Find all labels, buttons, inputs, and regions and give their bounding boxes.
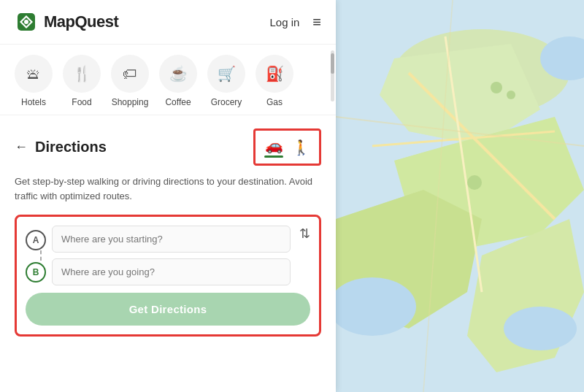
svg-point-19 bbox=[507, 91, 515, 99]
header: MapQuest Log in ≡ bbox=[0, 0, 336, 45]
route-dotted-line bbox=[40, 250, 42, 261]
travel-mode-box: 🚗 🚶 bbox=[253, 128, 321, 166]
waypoint-a-icon: A bbox=[26, 230, 46, 250]
logo-text: MapQuest bbox=[44, 12, 118, 31]
car-underline bbox=[264, 155, 283, 158]
map-background bbox=[336, 0, 584, 392]
category-coffee[interactable]: ☕ Coffee bbox=[156, 55, 200, 107]
svg-point-15 bbox=[504, 307, 577, 350]
grocery-label: Grocery bbox=[211, 97, 242, 107]
car-icon: 🚗 bbox=[265, 137, 283, 154]
food-label: Food bbox=[72, 97, 91, 107]
map-panel bbox=[336, 0, 584, 392]
grocery-icon: 🛒 bbox=[207, 55, 245, 93]
directions-header: ← Directions 🚗 🚶 bbox=[15, 128, 321, 166]
coffee-label: Coffee bbox=[165, 97, 191, 107]
end-input[interactable] bbox=[52, 258, 291, 285]
directions-form: A B ⇅ Get Directions bbox=[15, 215, 321, 337]
left-panel: MapQuest Log in ≡ 🛎 Hotels 🍴 Food 🏷 Shop… bbox=[0, 0, 336, 392]
hamburger-icon[interactable]: ≡ bbox=[312, 14, 321, 31]
mapquest-logo-icon bbox=[15, 10, 38, 34]
hotels-icon: 🛎 bbox=[15, 55, 53, 93]
scrollbar-track bbox=[331, 50, 334, 101]
swap-directions-icon[interactable]: ⇅ bbox=[299, 226, 310, 242]
category-shopping[interactable]: 🏷 Shopping bbox=[108, 55, 152, 107]
back-arrow-icon[interactable]: ← bbox=[15, 139, 28, 155]
header-right: Log in ≡ bbox=[269, 14, 321, 31]
directions-section: ← Directions 🚗 🚶 Get step-by-step walkin… bbox=[0, 115, 336, 392]
swap-column: ⇅ bbox=[299, 226, 310, 242]
gas-label: Gas bbox=[266, 97, 283, 107]
category-hotels[interactable]: 🛎 Hotels bbox=[12, 55, 55, 107]
svg-point-3 bbox=[24, 20, 28, 24]
login-button[interactable]: Log in bbox=[269, 16, 299, 28]
svg-point-20 bbox=[467, 175, 482, 190]
category-bar: 🛎 Hotels 🍴 Food 🏷 Shopping ☕ Coffee 🛒 Gr… bbox=[0, 45, 336, 115]
hotels-label: Hotels bbox=[21, 97, 46, 107]
directions-title: Directions bbox=[35, 139, 107, 155]
food-icon: 🍴 bbox=[63, 55, 101, 93]
start-input[interactable] bbox=[52, 226, 291, 253]
driving-mode-button[interactable]: 🚗 bbox=[264, 137, 283, 158]
logo-area: MapQuest bbox=[15, 10, 118, 34]
scrollbar-thumb bbox=[331, 53, 334, 74]
shopping-label: Shopping bbox=[112, 97, 149, 107]
gas-icon: ⛽ bbox=[256, 55, 293, 93]
category-grocery[interactable]: 🛒 Grocery bbox=[204, 55, 248, 107]
category-gas[interactable]: ⛽ Gas bbox=[253, 55, 296, 107]
inputs-column bbox=[52, 226, 291, 285]
waypoints-column: A B bbox=[26, 226, 46, 283]
get-directions-button[interactable]: Get Directions bbox=[26, 293, 310, 326]
waypoint-b-icon: B bbox=[26, 262, 46, 283]
walking-mode-button[interactable]: 🚶 bbox=[292, 139, 310, 156]
svg-point-18 bbox=[491, 82, 502, 93]
category-food[interactable]: 🍴 Food bbox=[60, 55, 104, 107]
coffee-icon: ☕ bbox=[159, 55, 197, 93]
directions-description: Get step-by-step walking or driving dire… bbox=[15, 174, 321, 203]
directions-title-wrap: ← Directions bbox=[15, 139, 107, 155]
shopping-icon: 🏷 bbox=[111, 55, 149, 93]
